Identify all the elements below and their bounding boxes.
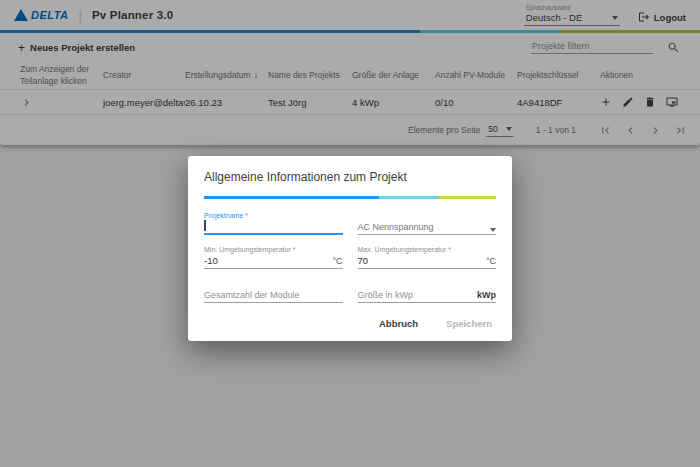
- project-name-label: Projektname *: [204, 212, 343, 221]
- dialog-buttons: Abbruch Speichern: [204, 318, 496, 329]
- size-kwp-field: kWp: [358, 280, 497, 303]
- progress-cyan-segment: [379, 196, 437, 199]
- size-kwp-unit: kWp: [473, 290, 496, 300]
- chevron-down-icon: [490, 228, 496, 232]
- min-temp-field: Min. Umgebungstemperatur * °C: [204, 246, 343, 269]
- project-name-field: Projektname *: [204, 212, 343, 235]
- save-button[interactable]: Speichern: [446, 318, 492, 329]
- project-info-dialog: Allgemeine Informationen zum Projekt Pro…: [188, 156, 512, 341]
- max-temp-unit: °C: [482, 256, 496, 266]
- total-modules-input[interactable]: [204, 289, 343, 300]
- progress-blue-segment: [204, 196, 379, 199]
- total-modules-spacer: [204, 280, 343, 289]
- ac-voltage-select[interactable]: AC Nennspannung: [358, 221, 497, 235]
- size-kwp-spacer: [358, 280, 497, 289]
- min-temp-input[interactable]: [204, 255, 328, 266]
- size-kwp-input[interactable]: [358, 289, 474, 300]
- ac-voltage-value: AC Nennspannung: [358, 222, 434, 232]
- dialog-step-progress: [204, 196, 496, 199]
- ac-voltage-field: AC Nennspannung: [358, 212, 497, 235]
- total-modules-field: [204, 280, 343, 303]
- min-temp-label: Min. Umgebungstemperatur *: [204, 246, 343, 255]
- cancel-button[interactable]: Abbruch: [379, 318, 418, 329]
- max-temp-field: Max. Umgebungstemperatur * °C: [358, 246, 497, 269]
- min-temp-unit: °C: [328, 256, 342, 266]
- progress-green-segment: [438, 196, 496, 199]
- project-name-input[interactable]: [204, 221, 343, 232]
- max-temp-input[interactable]: [358, 255, 482, 266]
- max-temp-label: Max. Umgebungstemperatur *: [358, 246, 497, 255]
- dialog-fields: Projektname * AC Nennspannung Min. Umgeb…: [204, 212, 496, 303]
- dialog-title: Allgemeine Informationen zum Projekt: [204, 170, 496, 184]
- text-cursor: [204, 220, 206, 231]
- ac-voltage-spacer: [358, 212, 497, 221]
